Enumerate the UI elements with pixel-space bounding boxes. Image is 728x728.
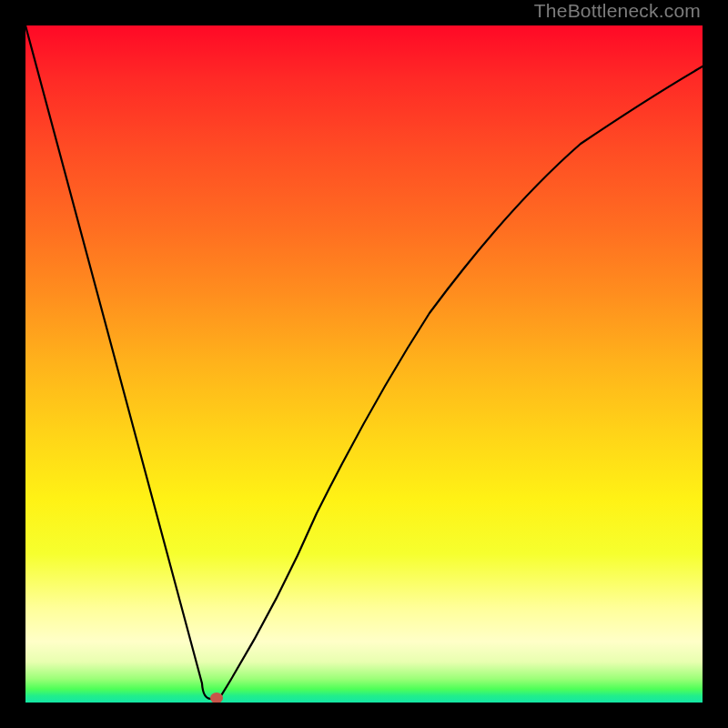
plot-area — [25, 25, 703, 703]
marker-layer — [25, 25, 703, 703]
watermark-text: TheBottleneck.com — [534, 0, 701, 22]
minimum-marker — [210, 693, 223, 703]
chart-frame: TheBottleneck.com — [0, 0, 728, 728]
